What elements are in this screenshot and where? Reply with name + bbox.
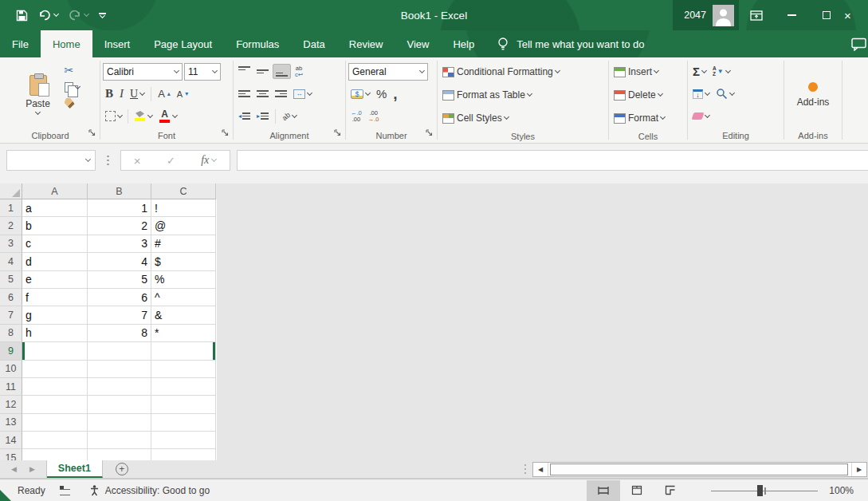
- redo-dropdown-icon[interactable]: [84, 11, 89, 17]
- grid-cell[interactable]: [151, 361, 216, 378]
- horizontal-scrollbar[interactable]: ◀ ▶: [532, 462, 867, 477]
- copy-button[interactable]: [62, 81, 82, 94]
- new-sheet-button[interactable]: +: [116, 463, 128, 475]
- close-button[interactable]: ×: [844, 0, 868, 30]
- scroll-right-icon[interactable]: ▶: [851, 463, 866, 476]
- row-header[interactable]: 1: [0, 199, 22, 217]
- accessibility-status[interactable]: Accessibility: Good to go: [88, 484, 210, 496]
- decrease-font-size-button[interactable]: A▾: [175, 88, 190, 101]
- grid-cell[interactable]: [22, 361, 88, 378]
- customize-qat-icon[interactable]: [99, 13, 106, 17]
- autosum-button[interactable]: Σ: [690, 63, 709, 80]
- wrap-text-button[interactable]: abc↩: [293, 64, 305, 79]
- bottom-align-button[interactable]: [273, 64, 291, 79]
- grid-cell[interactable]: !: [151, 199, 216, 217]
- grid-cell[interactable]: [88, 414, 151, 432]
- sheet-nav-left-icon[interactable]: ◀: [11, 465, 17, 473]
- clipboard-dialog-launcher-icon[interactable]: [88, 125, 96, 140]
- column-header-a[interactable]: A: [22, 183, 88, 199]
- tab-review[interactable]: Review: [337, 30, 395, 57]
- clear-button[interactable]: [690, 111, 712, 121]
- grid-cell[interactable]: [151, 414, 216, 432]
- grid-cell[interactable]: 4: [88, 253, 151, 270]
- sheet-nav-right-icon[interactable]: ▶: [29, 465, 35, 473]
- grid-cell[interactable]: 1: [88, 199, 151, 217]
- scrollbar-splitter[interactable]: [524, 464, 527, 475]
- grid-cell[interactable]: f: [22, 289, 88, 306]
- delete-cells-button[interactable]: Delete: [611, 88, 665, 102]
- orientation-button[interactable]: ab: [280, 111, 299, 122]
- align-center-button[interactable]: [254, 87, 271, 101]
- save-icon[interactable]: [16, 10, 28, 22]
- grid-cell[interactable]: [151, 432, 216, 449]
- grid-cell[interactable]: 6: [88, 289, 151, 306]
- row-header[interactable]: 11: [0, 378, 22, 396]
- name-box[interactable]: [6, 150, 96, 171]
- grid-cell[interactable]: h: [22, 325, 88, 342]
- row-header[interactable]: 3: [0, 235, 22, 253]
- zoom-level[interactable]: 100%: [829, 485, 854, 496]
- grid-cell[interactable]: [151, 449, 216, 460]
- macro-record-icon[interactable]: [60, 486, 71, 495]
- grid-cell[interactable]: [22, 378, 88, 396]
- row-header[interactable]: 14: [0, 432, 22, 449]
- tab-data[interactable]: Data: [291, 30, 336, 57]
- grid-cell[interactable]: [22, 432, 88, 449]
- row-header[interactable]: 10: [0, 361, 22, 378]
- row-header[interactable]: 6: [0, 289, 22, 306]
- enter-icon[interactable]: ✓: [167, 155, 175, 167]
- undo-button[interactable]: [38, 10, 58, 21]
- insert-function-button[interactable]: fx: [201, 154, 216, 167]
- font-family-combobox[interactable]: Calibri: [103, 63, 183, 81]
- sheet-tab-sheet1[interactable]: Sheet1: [47, 460, 103, 478]
- grid-cell[interactable]: b: [22, 217, 88, 235]
- view-normal-button[interactable]: [587, 480, 620, 501]
- redo-button[interactable]: [69, 10, 88, 21]
- grid-cell[interactable]: [88, 342, 151, 360]
- middle-align-button[interactable]: [254, 65, 271, 78]
- ribbon-display-options-icon[interactable]: [739, 0, 774, 30]
- view-page-break-button[interactable]: [654, 480, 687, 501]
- grid-cell[interactable]: [88, 432, 151, 449]
- grid-cell[interactable]: [22, 396, 88, 413]
- grid-cell[interactable]: 8: [88, 325, 151, 342]
- font-color-button[interactable]: A: [156, 108, 179, 124]
- bold-button[interactable]: B: [103, 85, 116, 102]
- alignment-dialog-launcher-icon[interactable]: [334, 125, 341, 140]
- tab-page-layout[interactable]: Page Layout: [142, 30, 224, 57]
- tab-file[interactable]: File: [0, 30, 41, 57]
- row-header[interactable]: 9: [0, 342, 22, 360]
- increase-indent-button[interactable]: ▸: [254, 109, 271, 123]
- grid-cell[interactable]: [151, 342, 216, 360]
- align-right-button[interactable]: [273, 87, 289, 101]
- grid-cell[interactable]: 5: [88, 271, 151, 289]
- grid-cell[interactable]: @: [151, 217, 216, 235]
- tab-formulas[interactable]: Formulas: [224, 30, 291, 57]
- grid-cell[interactable]: a: [22, 199, 88, 217]
- grid-cell[interactable]: &: [151, 306, 216, 324]
- insert-cells-button[interactable]: Insert: [611, 65, 661, 79]
- conditional-formatting-button[interactable]: Conditional Formatting: [440, 65, 562, 79]
- grid-cell[interactable]: [88, 449, 151, 460]
- align-left-button[interactable]: [236, 87, 253, 101]
- grid-cell[interactable]: [151, 378, 216, 396]
- find-select-button[interactable]: [713, 86, 736, 101]
- format-painter-button[interactable]: [62, 97, 82, 110]
- scroll-left-icon[interactable]: ◀: [533, 463, 548, 476]
- maximize-button[interactable]: [809, 0, 844, 30]
- row-header[interactable]: 2: [0, 217, 22, 235]
- number-dialog-launcher-icon[interactable]: [426, 125, 433, 140]
- comments-button[interactable]: [850, 30, 868, 57]
- addins-button[interactable]: Add-ins: [788, 61, 838, 128]
- grid-cell[interactable]: 7: [88, 306, 151, 324]
- grid-cell[interactable]: 3: [88, 235, 151, 253]
- percent-style-button[interactable]: %: [374, 85, 389, 102]
- grid-cell[interactable]: %: [151, 271, 216, 289]
- borders-button[interactable]: [103, 109, 124, 123]
- tab-insert[interactable]: Insert: [92, 30, 143, 57]
- top-align-button[interactable]: [236, 65, 253, 78]
- row-header[interactable]: 5: [0, 271, 22, 289]
- format-as-table-button[interactable]: Format as Table: [440, 88, 534, 102]
- grid-cell[interactable]: [22, 414, 88, 432]
- italic-button[interactable]: I: [117, 85, 126, 102]
